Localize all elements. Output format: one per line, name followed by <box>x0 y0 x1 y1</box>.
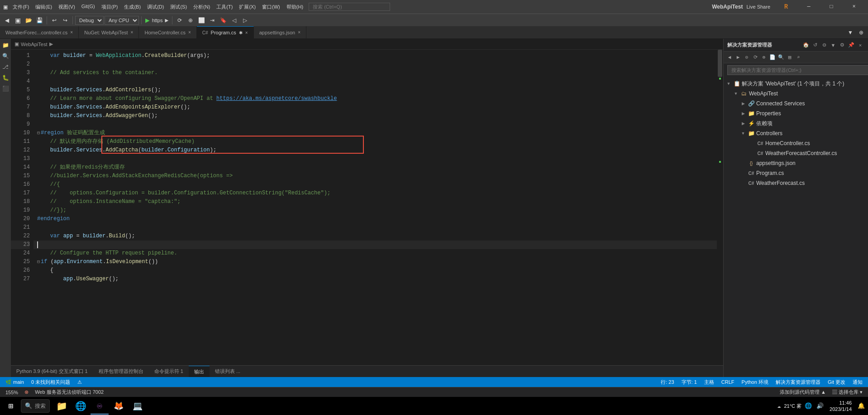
activity-git[interactable]: ⎇ <box>1 62 10 71</box>
taskbar-app-vs[interactable]: ♾ <box>91 397 109 415</box>
status-col[interactable]: 字节: 1 <box>680 379 699 386</box>
sol-exp-home[interactable]: 🏠 <box>802 41 810 49</box>
toolbar-new[interactable]: ▣ <box>13 15 23 25</box>
tab-nuget[interactable]: NuGet: WebApiTest × <box>79 26 139 38</box>
menu-test[interactable]: 测试(S) <box>167 3 190 11</box>
toolbar-bookmark[interactable]: 🔖 <box>218 15 228 25</box>
add-source-control[interactable]: 添加到源代码管理 ▲ <box>778 389 828 396</box>
sol-toolbar-8[interactable]: ▤ <box>786 53 794 61</box>
debug-config-select[interactable]: Debug <box>75 16 104 25</box>
taskbar-app-extra2[interactable]: 💻 <box>129 397 147 415</box>
title-search-input[interactable] <box>309 3 390 11</box>
sol-exp-close[interactable]: × <box>856 41 864 49</box>
activity-search[interactable]: 🔍 <box>1 52 10 61</box>
tab-close-homecontroller[interactable]: × <box>188 30 191 35</box>
menu-extensions[interactable]: 扩展(X) <box>236 3 258 11</box>
zoom-level[interactable]: 155% <box>4 390 20 395</box>
menu-git[interactable]: Git(G) <box>79 3 98 11</box>
solution-search-input[interactable] <box>727 65 868 75</box>
status-line[interactable]: 行: 23 <box>659 379 676 386</box>
editor-scrollbar[interactable] <box>717 50 723 365</box>
toolbar-more[interactable]: ⟳ <box>175 15 185 25</box>
sol-exp-collapse[interactable]: ⊖ <box>820 41 828 49</box>
taskbar-app-edge[interactable]: 🌐 <box>72 397 90 415</box>
tab-close-program[interactable]: × <box>245 30 248 35</box>
sol-toolbar-7[interactable]: 🔍 <box>777 53 785 61</box>
sol-toolbar-3[interactable]: ⊙ <box>743 53 751 61</box>
taskbar-search[interactable]: 🔍 搜索 <box>21 399 50 413</box>
tree-properties[interactable]: ▶ 📁 Properties <box>724 108 868 118</box>
sol-toolbar-1[interactable]: ◀ <box>725 53 734 61</box>
activity-debug[interactable]: 🐛 <box>1 73 10 82</box>
status-errors[interactable]: 0 未找到相关问题 <box>29 379 72 386</box>
tab-close-weatherforecast[interactable]: × <box>70 30 73 35</box>
sol-toolbar-6[interactable]: 📄 <box>768 53 777 61</box>
menu-file[interactable]: 文件(F) <box>10 3 32 11</box>
volume-icon[interactable]: 🔊 <box>815 402 825 410</box>
tree-weatherforecast[interactable]: C# WeatherForecast.cs <box>724 178 868 188</box>
code-area[interactable]: var builder = WebApplication.CreateBuild… <box>33 50 717 365</box>
toolbar-redo[interactable]: ↪ <box>60 15 70 25</box>
tree-dependencies[interactable]: ▶ ⚡ 依赖项 <box>724 118 868 128</box>
status-notification[interactable]: 通知 <box>851 379 864 386</box>
notification-icon[interactable]: 🔔 <box>856 402 866 410</box>
tree-project[interactable]: ▼ 🗂 WebApiTest <box>724 89 868 99</box>
panel-tab-package[interactable]: 程序包管理器控制台 <box>93 366 149 377</box>
sol-exp-filter[interactable]: ▼ <box>829 41 837 49</box>
start-button[interactable]: ⊞ <box>2 397 20 415</box>
menu-analyze[interactable]: 分析(N) <box>191 3 213 11</box>
tab-list-button[interactable]: ▼ <box>845 28 855 38</box>
panel-tab-cmd[interactable]: 命令提示符 1 <box>149 366 189 377</box>
status-git[interactable]: 🌿 main <box>4 379 26 385</box>
tree-homecontroller[interactable]: C# HomeController.cs <box>724 138 868 148</box>
run-attach[interactable]: ▶ <box>164 17 170 24</box>
sol-toolbar-2[interactable]: ▶ <box>734 53 742 61</box>
toolbar-undo[interactable]: ↩ <box>49 15 59 25</box>
tab-close-appsettings[interactable]: × <box>298 30 300 35</box>
toolbar-breakpoint[interactable]: ⬜ <box>196 15 206 25</box>
tab-close-nuget[interactable]: × <box>131 30 134 35</box>
taskbar-app-extra1[interactable]: 🦊 <box>110 397 128 415</box>
run-button[interactable]: ▶ <box>144 16 151 25</box>
menu-tools[interactable]: 工具(T) <box>214 3 235 11</box>
menu-project[interactable]: 项目(P) <box>99 3 121 11</box>
tab-program[interactable]: C# Program.cs ✱ × <box>197 26 254 38</box>
tree-program[interactable]: C# Program.cs <box>724 168 868 178</box>
sol-toolbar-search[interactable]: ⌕ <box>794 53 802 61</box>
menu-window[interactable]: 窗口(W) <box>259 3 283 11</box>
tree-controllers[interactable]: ▼ 📁 Controllers <box>724 128 868 138</box>
status-git-label[interactable]: Git 更改 <box>826 379 847 386</box>
menu-debug[interactable]: 调试(D) <box>144 3 167 11</box>
status-space[interactable]: 主格 <box>702 379 716 386</box>
taskbar-app-explorer[interactable]: 📁 <box>52 397 71 415</box>
maximize-button[interactable]: □ <box>821 0 842 14</box>
minimize-button[interactable]: ─ <box>798 0 819 14</box>
tab-homecontroller[interactable]: HomeController.cs × <box>139 26 196 38</box>
activity-extensions[interactable]: ⬛ <box>1 84 10 93</box>
platform-select[interactable]: Any CPU <box>105 16 139 25</box>
menu-edit[interactable]: 编辑(E) <box>33 3 55 11</box>
sol-exp-sync[interactable]: ↺ <box>811 41 819 49</box>
sol-exp-pin[interactable]: 📌 <box>847 41 855 49</box>
tree-connected-services[interactable]: ▶ 🔗 Connected Services <box>724 99 868 108</box>
status-solution-exp[interactable]: 解决方案资源管理器 <box>774 379 822 386</box>
status-python-label[interactable]: Python 环境 <box>740 379 770 386</box>
toolbar-prev[interactable]: ◁ <box>229 15 239 25</box>
sol-exp-settings[interactable]: ⚙ <box>838 41 846 49</box>
run-label[interactable]: https <box>152 18 163 23</box>
tab-appsettings[interactable]: appsettings.json × <box>254 26 306 38</box>
live-share-button[interactable]: Live Share <box>743 3 774 10</box>
menu-build[interactable]: 生成(B) <box>121 3 143 11</box>
sol-toolbar-4[interactable]: ⟳ <box>751 53 759 61</box>
status-encoding[interactable]: CRLF <box>720 379 736 385</box>
toolbar-attach[interactable]: ⊕ <box>186 15 196 25</box>
panel-tab-errors[interactable]: 错误列表 ... <box>210 366 246 377</box>
tree-solution[interactable]: ▼ 📋 解决方案 'WebApiTest' (1 个项目，共 1 个) <box>724 79 868 89</box>
tab-weatherforecast[interactable]: WeatherForec...controller.cs × <box>0 26 79 38</box>
tree-appsettings[interactable]: {} appsettings.json <box>724 158 868 168</box>
tree-weatherforecastcontroller[interactable]: C# WeatherForecastController.cs <box>724 148 868 158</box>
toolbar-save[interactable]: 💾 <box>34 15 44 25</box>
toolbar-next[interactable]: ▷ <box>240 15 250 25</box>
panel-tab-output[interactable]: 输出 <box>189 366 210 377</box>
sol-toolbar-5[interactable]: ⊕ <box>760 53 768 61</box>
